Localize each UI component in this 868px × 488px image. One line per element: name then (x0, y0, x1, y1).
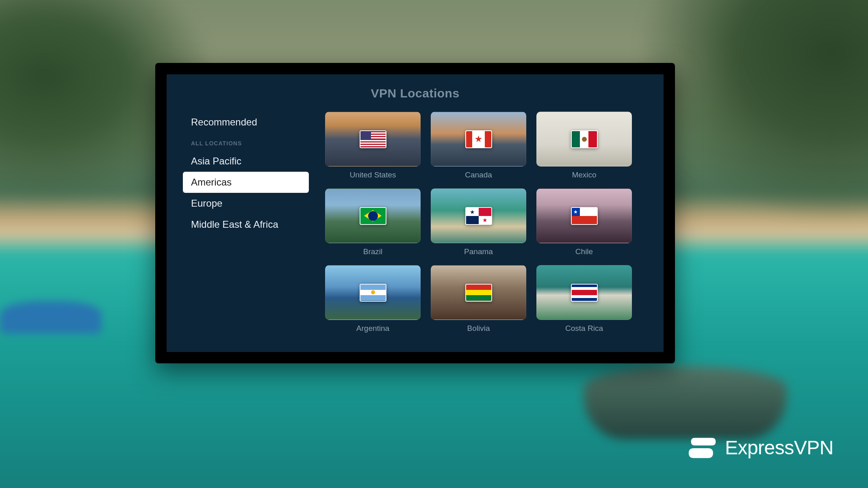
location-thumb (536, 112, 632, 166)
location-label: Chile (575, 247, 593, 256)
app-screen: VPN Locations Recommended ALL LOCATIONS … (167, 74, 664, 352)
expressvpn-logo-icon (687, 435, 718, 460)
location-thumb (536, 188, 632, 243)
flag-ca-icon (465, 130, 492, 148)
flag-us-icon (360, 130, 386, 148)
sidebar-item-europe[interactable]: Europe (183, 193, 309, 214)
location-thumb (431, 112, 526, 166)
sidebar-item-asia-pacific[interactable]: Asia Pacific (183, 151, 309, 172)
flag-br-icon (360, 207, 386, 225)
location-thumb (325, 265, 421, 320)
location-card-united-states[interactable]: United States (325, 112, 421, 179)
sidebar-item-recommended[interactable]: Recommended (183, 112, 309, 133)
boat-wooden (584, 366, 787, 439)
location-card-canada[interactable]: Canada (431, 112, 526, 179)
location-thumb (431, 188, 526, 243)
sidebar-item-americas[interactable]: Americas (183, 172, 309, 193)
location-card-brazil[interactable]: Brazil (325, 188, 421, 256)
location-thumb (431, 265, 526, 320)
location-label: Brazil (363, 247, 383, 256)
flag-mx-icon (571, 130, 598, 148)
flag-pa-icon (465, 207, 492, 225)
location-label: Argentina (356, 324, 389, 333)
sidebar-section-header: ALL LOCATIONS (183, 133, 309, 151)
location-thumb (325, 188, 421, 243)
flag-cr-icon (571, 284, 598, 302)
location-thumb (536, 265, 632, 320)
tv-frame: VPN Locations Recommended ALL LOCATIONS … (155, 63, 675, 363)
location-card-argentina[interactable]: Argentina (325, 265, 421, 333)
location-card-panama[interactable]: Panama (431, 188, 526, 256)
location-label: Costa Rica (565, 324, 603, 333)
location-label: Mexico (572, 171, 596, 179)
screen-content: Recommended ALL LOCATIONS Asia Pacific A… (183, 112, 647, 333)
location-label: Panama (464, 247, 493, 256)
location-label: Canada (465, 171, 492, 179)
location-label: United States (349, 171, 396, 179)
sidebar-item-middle-east-africa[interactable]: Middle East & Africa (183, 214, 309, 235)
location-card-chile[interactable]: Chile (536, 188, 632, 256)
location-card-bolivia[interactable]: Bolivia (431, 265, 526, 333)
sidebar: Recommended ALL LOCATIONS Asia Pacific A… (183, 112, 309, 333)
location-card-mexico[interactable]: Mexico (536, 112, 632, 179)
location-card-costa-rica[interactable]: Costa Rica (536, 265, 632, 333)
flag-ar-icon (360, 284, 386, 302)
brand-name: ExpressVPN (725, 436, 833, 459)
location-label: Bolivia (467, 324, 490, 333)
brand-logo: ExpressVPN (687, 435, 833, 460)
location-grid: United States Canada Mexico (325, 112, 632, 333)
flag-cl-icon (571, 207, 598, 225)
location-thumb (325, 112, 421, 166)
flag-bo-icon (465, 284, 492, 302)
page-title: VPN Locations (183, 86, 647, 100)
boat-blue (0, 301, 102, 334)
